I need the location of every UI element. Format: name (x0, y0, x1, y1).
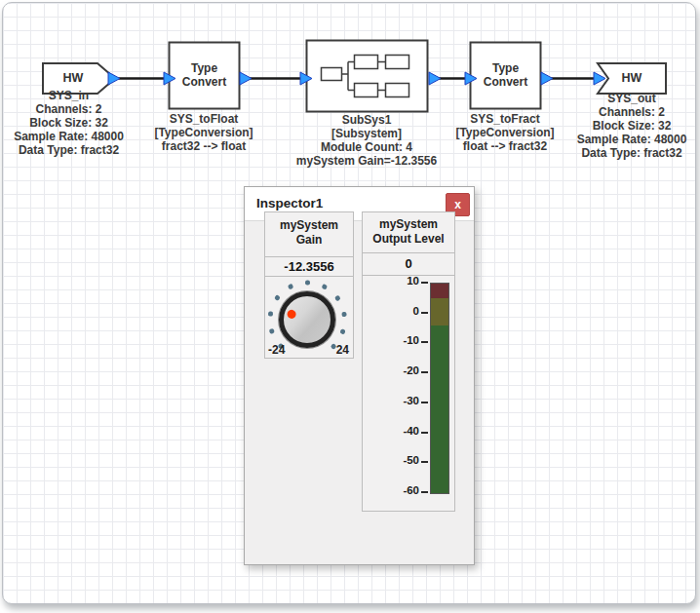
port-subsys-out[interactable] (429, 72, 441, 85)
caption-line: Data Type: fract32 (3, 143, 135, 157)
label-line: Type (471, 61, 540, 75)
meter-tick-mark (421, 432, 428, 434)
caption-line: mySystem Gain=-12.3556 (284, 154, 449, 168)
caption-line: Module Count: 4 (284, 140, 449, 154)
caption-line: [Subsystem] (284, 127, 449, 140)
caption-line: Sample Rate: 48000 (3, 130, 135, 143)
meter-tick-mark (421, 282, 428, 284)
type-convert-tofloat-caption: SYS_toFloat [TypeConversion] fract32 -->… (131, 112, 277, 153)
control-name-line: Output Level (363, 232, 454, 247)
output-level-header: mySystem Output Level (363, 212, 454, 253)
gain-knob-zone: -24 24 (265, 277, 353, 358)
gain-knob[interactable] (279, 291, 335, 348)
meter-tick-mark (421, 371, 428, 373)
meter-tick-mark (421, 491, 428, 493)
caption-line: SubSys1 (284, 113, 449, 127)
knob-tick-dot (334, 295, 340, 301)
meter-tick-label: 0 (363, 305, 419, 317)
label-line: Convert (170, 75, 239, 89)
caption-line: SYS_toFloat (131, 112, 277, 126)
meter-segment-red (431, 284, 448, 298)
knob-tick-dot (305, 281, 310, 286)
knob-tick-dot (269, 328, 275, 334)
meter-tick-mark (421, 312, 428, 314)
gain-value-display[interactable]: -12.3556 (265, 257, 353, 277)
meter-tick-label: -40 (363, 425, 419, 437)
port-sysin-out[interactable] (108, 72, 120, 85)
type-convert-tofloat-label: Type Convert (170, 61, 239, 89)
meter-tick-mark (421, 461, 428, 463)
meter-tick-mark (421, 402, 428, 403)
port-tofloat-out[interactable] (240, 72, 252, 85)
meter-tick-label: -50 (363, 454, 419, 466)
port-tofract-out[interactable] (541, 72, 553, 85)
knob-min-label: -24 (268, 343, 285, 357)
control-name-line: mySystem (363, 217, 454, 232)
caption-line: Block Size: 32 (559, 119, 696, 133)
meter-tick-mark (421, 341, 428, 343)
type-convert-tofract-caption: SYS_toFract [TypeConversion] float --> f… (432, 112, 578, 153)
caption-line: Sample Rate: 48000 (559, 133, 696, 146)
output-level-value-display: 0 (363, 253, 454, 276)
meter-segment-yellow (431, 298, 448, 326)
caption-line: Channels: 2 (559, 105, 696, 119)
inspector-title: Inspector1 (256, 196, 323, 211)
hw-input-label: HW (43, 71, 103, 85)
inspector-window: Inspector1 x mySystem Gain -12.3556 (244, 186, 475, 565)
meter-tick-label: -60 (363, 484, 419, 496)
caption-line: [TypeConversion] (432, 126, 578, 139)
output-level-panel: mySystem Output Level 0 10 0 -10 -20 -30… (362, 211, 455, 512)
knob-tick-dot (339, 328, 345, 334)
gain-control-panel: mySystem Gain -12.3556 -24 24 (264, 211, 354, 359)
subsystem-caption: SubSys1 [Subsystem] Module Count: 4 mySy… (284, 113, 449, 168)
caption-line: Block Size: 32 (3, 116, 135, 130)
knob-tick-dot (268, 311, 273, 316)
type-convert-tofract-label: Type Convert (471, 61, 540, 89)
caption-line: SYS_in (3, 89, 135, 102)
caption-line: Channels: 2 (3, 102, 135, 116)
caption-line: SYS_out (559, 92, 696, 105)
caption-line: SYS_toFract (432, 112, 578, 126)
control-name-line: mySystem (265, 218, 353, 233)
meter-segment-green (431, 326, 448, 493)
knob-max-label: 24 (336, 343, 349, 357)
control-name-line: Gain (265, 233, 353, 248)
meter-tick-label: -30 (363, 395, 419, 406)
caption-line: [TypeConversion] (131, 126, 277, 139)
meter-tick-label: -10 (363, 334, 419, 346)
level-meter-zone: 10 0 -10 -20 -30 -40 -50 -60 (363, 276, 454, 511)
knob-tick-dot (274, 295, 280, 301)
knob-tick-dot (321, 284, 327, 289)
meter-tick-label: -20 (363, 364, 419, 376)
label-line: Convert (471, 75, 540, 89)
meter-tick-label: 10 (363, 275, 419, 287)
knob-tick-dot (341, 311, 346, 316)
gain-control-header: mySystem Gain (265, 212, 353, 257)
designer-canvas: HW Type Convert Type Convert HW SYS_in C… (2, 2, 696, 604)
knob-tick-dot (288, 284, 293, 289)
hw-output-caption: SYS_out Channels: 2 Block Size: 32 Sampl… (559, 92, 696, 160)
level-meter-bar (430, 283, 449, 494)
caption-line: float --> fract32 (432, 139, 578, 153)
hw-output-label: HW (602, 71, 662, 85)
label-line: Type (170, 61, 239, 75)
hw-input-caption: SYS_in Channels: 2 Block Size: 32 Sample… (3, 89, 135, 157)
caption-line: Data Type: fract32 (559, 146, 696, 160)
caption-line: fract32 --> float (131, 139, 277, 153)
